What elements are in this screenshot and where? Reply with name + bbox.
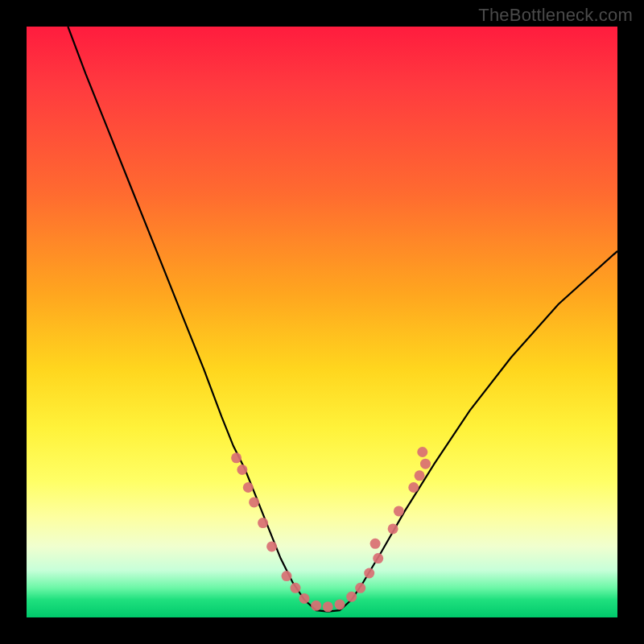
chart-svg xyxy=(27,27,617,617)
scatter-dot xyxy=(258,518,268,528)
scatter-dot xyxy=(388,523,398,534)
scatter-dot xyxy=(373,553,383,564)
scatter-dots xyxy=(231,447,431,612)
scatter-dot xyxy=(323,601,333,612)
curve-right xyxy=(352,251,617,600)
scatter-dot xyxy=(231,452,242,463)
scatter-dot xyxy=(355,583,365,593)
scatter-dot xyxy=(408,482,419,493)
scatter-dot xyxy=(335,599,345,609)
scatter-dot xyxy=(282,571,292,581)
scatter-dot xyxy=(370,539,381,549)
scatter-dot xyxy=(346,592,357,602)
plot-area xyxy=(27,27,617,617)
outer-frame: TheBottleneck.com xyxy=(0,0,644,644)
scatter-dot xyxy=(415,470,425,481)
scatter-dot xyxy=(394,506,404,516)
watermark-text: TheBottleneck.com xyxy=(478,5,633,26)
scatter-dot xyxy=(266,541,277,551)
scatter-dot xyxy=(237,464,247,475)
scatter-dot xyxy=(364,568,374,579)
scatter-dot xyxy=(311,601,321,611)
scatter-dot xyxy=(299,593,310,604)
scatter-dot xyxy=(243,482,254,493)
scatter-dot xyxy=(291,583,301,593)
curve-left xyxy=(68,27,304,600)
scatter-dot xyxy=(249,497,259,507)
scatter-dot xyxy=(420,459,431,469)
scatter-dot xyxy=(417,447,427,457)
